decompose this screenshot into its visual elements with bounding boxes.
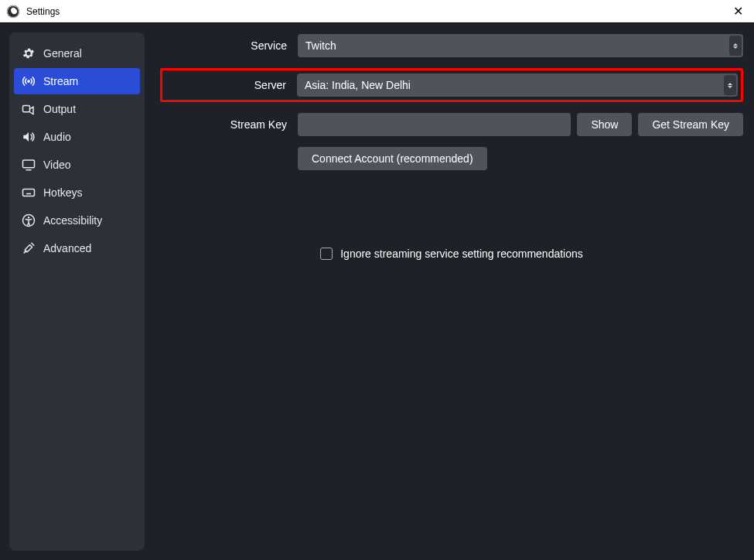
service-value: Twitch (305, 39, 336, 52)
service-label: Service (160, 39, 292, 52)
sidebar-item-label: Advanced (43, 242, 91, 254)
server-select[interactable]: Asia: India, New Delhi (297, 73, 738, 97)
sidebar-item-audio[interactable]: Audio (14, 124, 140, 150)
svg-rect-6 (23, 190, 35, 196)
svg-rect-3 (23, 106, 30, 112)
stream-key-label: Stream Key (160, 118, 292, 131)
svg-rect-4 (23, 160, 35, 168)
close-button[interactable]: ✕ (728, 4, 748, 19)
ignore-recommendations-row: Ignore streaming service setting recomme… (160, 248, 743, 260)
volume-icon (22, 130, 36, 144)
server-row: Server Asia: India, New Delhi (160, 68, 743, 102)
sidebar-item-stream[interactable]: Stream (14, 68, 140, 94)
show-button[interactable]: Show (577, 113, 632, 136)
gear-icon (22, 46, 36, 60)
sidebar-item-label: Stream (43, 75, 78, 87)
get-stream-key-button[interactable]: Get Stream Key (638, 113, 743, 136)
antenna-icon (22, 74, 36, 88)
sidebar-item-general[interactable]: General (14, 40, 140, 67)
window-title: Settings (26, 6, 60, 17)
connect-account-button[interactable]: Connect Account (recommended) (298, 147, 487, 170)
server-value: Asia: India, New Delhi (305, 79, 411, 91)
sidebar-item-label: Audio (43, 131, 71, 143)
server-label: Server (165, 79, 291, 91)
sidebar-item-hotkeys[interactable]: Hotkeys (14, 179, 140, 206)
sidebar-item-advanced[interactable]: Advanced (14, 235, 140, 261)
connect-account-row: Connect Account (recommended) (160, 147, 743, 170)
sidebar-item-video[interactable]: Video (14, 152, 140, 178)
sidebar-item-label: Video (43, 159, 71, 171)
service-row: Service Twitch (160, 34, 743, 57)
obs-app-icon (6, 5, 20, 19)
keyboard-icon (22, 186, 36, 200)
ignore-recommendations-checkbox[interactable] (320, 248, 333, 260)
svg-point-13 (28, 217, 29, 218)
svg-point-2 (28, 80, 29, 82)
sidebar-item-label: Accessibility (43, 214, 102, 227)
service-select[interactable]: Twitch (298, 34, 743, 57)
sidebar-item-label: Hotkeys (43, 186, 83, 199)
spinner-arrows-icon (729, 36, 742, 56)
sidebar-item-label: General (43, 47, 82, 60)
stream-key-input[interactable] (298, 113, 571, 136)
sidebar: General Stream Output Audio Video (9, 32, 145, 551)
monitor-icon (22, 158, 36, 172)
spinner-arrows-icon (724, 75, 736, 95)
stream-key-row: Stream Key Show Get Stream Key (160, 113, 743, 136)
output-icon (22, 102, 36, 116)
accessibility-icon (22, 213, 36, 227)
titlebar: Settings ✕ (0, 0, 754, 23)
sidebar-item-accessibility[interactable]: Accessibility (14, 207, 140, 234)
settings-content: Service Twitch Server Asia: India, New D… (160, 32, 745, 551)
sidebar-item-label: Output (43, 103, 76, 115)
sidebar-item-output[interactable]: Output (14, 96, 140, 122)
tools-icon (22, 241, 36, 255)
window-body: General Stream Output Audio Video (0, 23, 754, 560)
ignore-recommendations-label: Ignore streaming service setting recomme… (340, 248, 583, 260)
